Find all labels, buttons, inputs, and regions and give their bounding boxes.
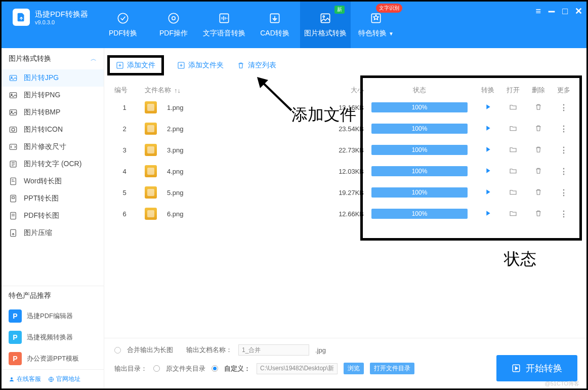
image-file-icon [145,208,157,220]
sidebar-item-5[interactable]: 图片转文字 (OCR) [2,155,104,173]
svg-point-1 [169,13,179,23]
sidebar-item-icon [9,108,18,117]
online-service-link[interactable]: 在线客服 [9,375,41,383]
minimize-icon[interactable]: ‒ [548,5,555,18]
sidebar-item-2[interactable]: 图片转BMP [2,104,104,121]
table-row[interactable]: 44.png12.03KB100%⋮ [104,161,586,182]
more-icon[interactable]: ⋮ [560,209,568,219]
row-index: 2 [114,125,145,133]
row-status: 100% [364,166,475,176]
col-delete: 删除 [526,86,551,95]
sort-icon: ↑↓ [174,87,181,94]
tab-image-convert[interactable]: 新图片格式转换 [300,2,351,48]
radio-same-folder[interactable] [153,365,160,372]
radio-custom[interactable] [212,365,218,372]
tab-text-audio[interactable]: 文字语音转换 [199,2,249,48]
tab-pdf-operate[interactable]: PDF操作 [148,2,199,48]
col-more: 更多 [551,86,576,95]
sidebar-header[interactable]: 图片格式转换 ︿ [2,48,104,69]
start-convert-button[interactable]: 开始转换 [496,355,577,381]
delete-icon[interactable] [534,209,542,217]
delete-icon[interactable] [534,167,542,175]
open-folder-icon[interactable] [509,188,517,196]
convert-icon[interactable] [484,145,492,153]
delete-icon[interactable] [534,188,542,196]
more-icon[interactable]: ⋮ [560,103,568,112]
sidebar-item-label: 图片转ICON [24,125,63,134]
table-row[interactable]: 66.png12.66KB100%⋮ [104,203,586,224]
promo-item-2[interactable]: P办公资源PPT模板 [2,348,104,369]
sidebar-item-label: Word转长图 [24,177,62,186]
col-status: 状态 [364,86,475,95]
open-folder-icon[interactable] [509,209,517,217]
merge-checkbox[interactable] [114,347,121,354]
sidebar-item-6[interactable]: Word转长图 [2,173,104,190]
open-folder-icon[interactable] [509,167,517,175]
row-status: 100% [364,187,475,198]
sidebar-item-label: PDF转长图 [24,211,59,220]
row-index: 5 [114,189,145,197]
tab-pdf-convert[interactable]: PDF转换 [98,2,148,48]
delete-icon[interactable] [534,145,542,153]
sidebar-item-0[interactable]: 图片转JPG [2,69,104,87]
convert-icon[interactable] [484,188,492,196]
sidebar-item-1[interactable]: 图片转PNG [2,87,104,104]
table-row[interactable]: 11.png13.16KB100%⋮ [104,97,586,118]
delete-icon[interactable] [534,103,542,111]
row-index: 1 [114,104,145,111]
sidebar-item-icon [9,91,18,100]
badge-new: 新 [334,6,345,14]
more-icon[interactable]: ⋮ [560,145,568,155]
sidebar-item-8[interactable]: PDF转长图 [2,207,104,224]
main-panel: 添加文件 添加文件夹 清空列表 编号 文件名称 ↑↓ 大小 状态 转换 打开 删… [104,48,586,388]
tab-cad-convert[interactable]: CAD转换 [249,2,300,48]
sidebar-item-3[interactable]: 图片转ICON [2,121,104,138]
maximize-icon[interactable]: □ [562,6,568,17]
menu-icon[interactable]: ≡ [536,6,541,17]
open-folder-icon[interactable] [509,103,517,111]
sidebar-item-4[interactable]: 图片修改尺寸 [2,138,104,155]
open-folder-button[interactable]: 打开文件目录 [370,363,414,374]
table-row[interactable]: 22.png23.54KB100%⋮ [104,118,586,139]
col-open: 打开 [500,86,526,95]
official-site-link[interactable]: 官网地址 [48,375,80,383]
promo-icon: P [9,331,22,344]
open-folder-icon[interactable] [509,145,517,153]
merge-label: 合并输出为长图 [127,345,173,355]
open-folder-icon[interactable] [509,124,517,132]
image-file-icon [145,144,157,156]
close-icon[interactable]: ✕ [575,6,582,17]
tab-special-convert[interactable]: 文字识别特色转换▼ [351,2,401,48]
clear-list-button[interactable]: 清空列表 [237,61,276,70]
promo-item-0[interactable]: P迅捷PDF编辑器 [2,305,104,327]
more-icon[interactable]: ⋮ [560,167,568,176]
table-row[interactable]: 33.png22.73KB100%⋮ [104,139,586,161]
col-name[interactable]: 文件名称 ↑↓ [145,86,318,95]
sidebar-item-9[interactable]: 图片压缩 [2,224,104,242]
delete-icon[interactable] [534,124,542,132]
add-file-button[interactable]: 添加文件 [116,61,155,70]
svg-point-0 [118,13,128,23]
convert-icon[interactable] [484,103,492,111]
custom-path-input[interactable] [257,363,338,374]
sidebar-item-icon [9,228,18,238]
table-row[interactable]: 55.png19.27KB100%⋮ [104,182,586,203]
output-name-input[interactable] [238,344,309,356]
convert-icon[interactable] [484,209,492,217]
sidebar-item-label: 图片转BMP [24,108,60,117]
sidebar-item-label: PPT转长图 [24,194,59,203]
sidebar-item-7[interactable]: PPT转长图 [2,190,104,207]
image-file-icon [145,101,157,113]
convert-icon[interactable] [484,124,492,132]
chevron-up-icon: ︿ [91,55,97,63]
add-folder-button[interactable]: 添加文件夹 [177,61,224,70]
sidebar-item-icon [9,142,18,151]
more-icon[interactable]: ⋮ [560,188,568,198]
browse-button[interactable]: 浏览 [344,363,364,374]
row-name: 2.png [145,123,318,135]
more-icon[interactable]: ⋮ [560,124,568,134]
sidebar-bottom-links: 在线客服 官网地址 [2,369,104,388]
convert-icon[interactable] [484,167,492,175]
row-status: 100% [364,209,475,219]
promo-item-1[interactable]: P迅捷视频转换器 [2,327,104,348]
